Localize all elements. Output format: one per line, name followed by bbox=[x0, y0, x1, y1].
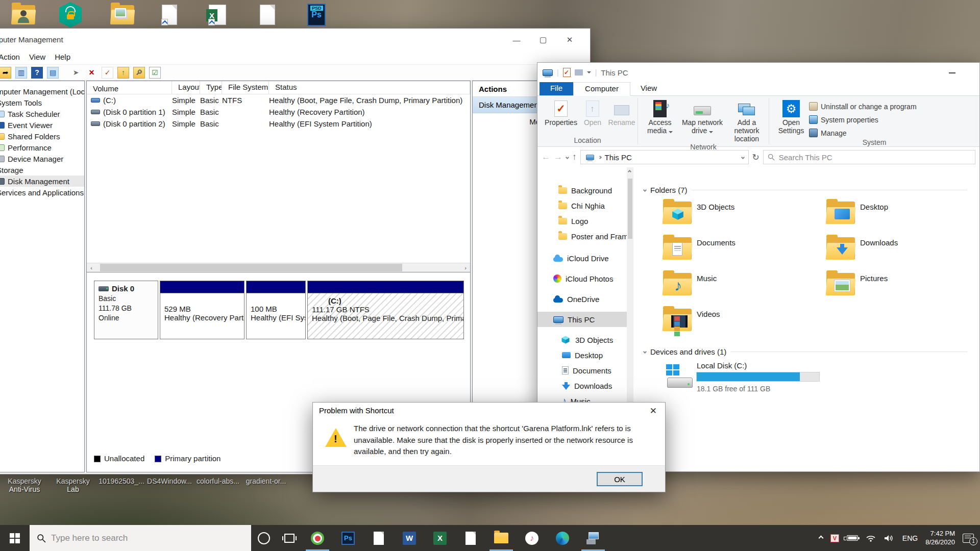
clock[interactable]: 7:42 PM8/26/2020 bbox=[925, 530, 955, 547]
new-folder-quick-icon[interactable] bbox=[575, 69, 583, 76]
add-network-location-button[interactable]: Add a network location bbox=[725, 98, 769, 143]
close-button[interactable]: ✕ bbox=[556, 29, 583, 51]
nav-item-this-pc[interactable]: This PC bbox=[537, 312, 627, 327]
taskbar-notepad[interactable] bbox=[363, 525, 394, 551]
tree-item-disk-management[interactable]: Disk Management bbox=[0, 176, 84, 187]
partition-recovery[interactable]: 529 MB Healthy (Recovery Partition) bbox=[160, 281, 244, 339]
history-caret-icon[interactable] bbox=[566, 155, 569, 159]
desktop-icon-user-folder[interactable] bbox=[9, 1, 38, 29]
folder-item-downloads[interactable]: Downloads bbox=[807, 236, 970, 272]
disk-0-label[interactable]: Disk 0 Basic 111.78 GB Online bbox=[94, 281, 158, 339]
column-layout[interactable]: Layout bbox=[172, 81, 200, 94]
tree-item-performance[interactable]: Performance bbox=[0, 142, 84, 153]
collapse-chevron-icon[interactable] bbox=[643, 350, 647, 354]
folder-item-pictures[interactable]: Pictures bbox=[807, 272, 970, 308]
uninstall-program-button[interactable]: Uninstall or change a program bbox=[809, 101, 917, 112]
partition-efi[interactable]: 100 MB Healthy (EFI System Partition) bbox=[246, 281, 306, 339]
nav-item-icloud-photos[interactable]: iCloud Photos bbox=[537, 271, 633, 286]
partition-c-drive[interactable]: (C:) 111.17 GB NTFS Healthy (Boot, Page … bbox=[307, 281, 464, 339]
open-settings-button[interactable]: ⚙OpenSettings bbox=[773, 98, 809, 135]
tray-expand-icon[interactable] bbox=[818, 536, 823, 541]
back-button[interactable]: ← bbox=[542, 152, 550, 162]
ok-button[interactable]: OK bbox=[597, 472, 643, 486]
column-type[interactable]: Type bbox=[200, 81, 222, 94]
nav-item-3d-objects[interactable]: 3D Objects bbox=[537, 332, 633, 347]
volume-icon[interactable] bbox=[884, 534, 895, 542]
volume-row[interactable]: (Disk 0 partition 2) Simple Basic Health… bbox=[87, 118, 470, 130]
minimize-button[interactable]: — bbox=[503, 29, 530, 51]
nav-item-desktop[interactable]: Desktop bbox=[537, 347, 633, 363]
address-dropdown-icon[interactable] bbox=[741, 155, 744, 159]
tree-item-shared-folders[interactable]: Shared Folders bbox=[0, 131, 84, 142]
close-icon[interactable]: ✕ bbox=[650, 406, 657, 416]
taskbar-coccoc[interactable] bbox=[302, 525, 333, 551]
nav-item-downloads[interactable]: Downloads bbox=[537, 378, 633, 393]
horizontal-scrollbar[interactable]: ‹ › bbox=[87, 263, 470, 272]
start-button[interactable] bbox=[0, 525, 30, 551]
tree-item-system-tools[interactable]: System Tools bbox=[0, 97, 84, 108]
desktop-label[interactable]: Kaspersky Anti-Virus bbox=[1, 477, 48, 493]
breadcrumb[interactable]: This PC bbox=[580, 150, 749, 164]
delete-icon[interactable]: × bbox=[86, 67, 97, 79]
tree-item-computer-management[interactable]: Computer Management (Local) bbox=[0, 86, 84, 97]
scroll-up-icon[interactable] bbox=[628, 170, 631, 173]
properties-quick-icon[interactable]: ✓ bbox=[563, 68, 571, 77]
forward-button[interactable]: → bbox=[554, 152, 562, 162]
title-bar[interactable]: Computer Management — ▢ ✕ bbox=[0, 29, 590, 51]
desktop-icon-excel-shortcut[interactable]: X bbox=[203, 1, 232, 29]
properties-icon[interactable]: ✓ bbox=[102, 67, 113, 79]
kaspersky-tray-icon[interactable]: V bbox=[830, 534, 839, 542]
devices-section-header[interactable]: Devices and drives (1) bbox=[644, 347, 979, 356]
tab-file[interactable]: File bbox=[540, 82, 573, 95]
collapse-chevron-icon[interactable] bbox=[643, 188, 647, 192]
tree-item-event-viewer[interactable]: Event Viewer bbox=[0, 119, 84, 131]
checklist-icon[interactable]: ☑ bbox=[149, 67, 161, 79]
task-view-button[interactable] bbox=[277, 525, 302, 551]
properties-button[interactable]: ✓Properties bbox=[543, 98, 579, 127]
scrollbar-thumb[interactable] bbox=[100, 264, 402, 271]
folder-item-music[interactable]: ♪ Music bbox=[644, 272, 807, 308]
tree-item-services-applications[interactable]: Services and Applications bbox=[0, 187, 84, 198]
desktop-label[interactable]: DS4Window... bbox=[146, 477, 193, 485]
menu-help[interactable]: Help bbox=[50, 51, 75, 64]
taskbar-file-explorer[interactable] bbox=[486, 525, 517, 551]
open-button[interactable]: Open bbox=[579, 98, 606, 127]
tab-computer[interactable]: Computer bbox=[573, 82, 630, 96]
search-input[interactable] bbox=[779, 153, 971, 162]
nav-item-onedrive[interactable]: OneDrive bbox=[537, 291, 633, 307]
taskbar-computer-management[interactable] bbox=[578, 525, 608, 551]
up-button[interactable]: ↑ bbox=[572, 152, 577, 162]
volume-row[interactable]: (C:) Simple Basic NTFS Healthy (Boot, Pa… bbox=[87, 94, 470, 106]
desktop-label[interactable]: gradient-or... bbox=[242, 477, 289, 485]
nav-item-logo[interactable]: Logo bbox=[537, 213, 633, 229]
rename-button[interactable]: Rename bbox=[606, 98, 638, 127]
menu-action[interactable]: Action bbox=[0, 51, 24, 64]
desktop-icon-text-document[interactable] bbox=[253, 1, 282, 29]
desktop-icon-kaspersky-protection[interactable] bbox=[56, 1, 85, 29]
manage-button[interactable]: Manage bbox=[809, 128, 917, 138]
desktop-label[interactable]: Kaspersky Lab bbox=[50, 477, 96, 493]
language-indicator[interactable]: ENG bbox=[902, 534, 918, 542]
battery-icon[interactable] bbox=[847, 535, 858, 541]
taskbar-search[interactable] bbox=[30, 525, 251, 551]
title-bar[interactable]: | ✓ | This PC bbox=[537, 63, 979, 82]
action-pane-toggle-icon[interactable]: ▤ bbox=[47, 67, 59, 79]
tree-item-storage[interactable]: Storage bbox=[0, 164, 84, 176]
help-icon[interactable]: ? bbox=[31, 67, 43, 79]
column-file-system[interactable]: File System bbox=[222, 81, 269, 94]
taskbar-document[interactable] bbox=[455, 525, 486, 551]
column-status[interactable]: Status bbox=[269, 81, 470, 94]
pointer-tool-icon[interactable]: ➤ bbox=[70, 67, 82, 79]
taskbar-word[interactable]: W bbox=[394, 525, 425, 551]
nav-item-background[interactable]: Background bbox=[537, 183, 633, 198]
taskbar-itunes[interactable]: ♪ bbox=[517, 525, 547, 551]
breadcrumb-path[interactable]: This PC bbox=[605, 153, 632, 162]
tab-view[interactable]: View bbox=[630, 82, 667, 95]
desktop-icon-document-shortcut[interactable] bbox=[155, 1, 184, 29]
folders-section-header[interactable]: Folders (7) bbox=[644, 186, 979, 194]
taskbar-search-input[interactable] bbox=[51, 533, 251, 543]
wifi-icon[interactable] bbox=[866, 534, 876, 542]
maximize-button[interactable]: ▢ bbox=[530, 29, 556, 51]
scroll-left-arrow[interactable]: ‹ bbox=[87, 263, 96, 272]
minimize-button[interactable] bbox=[949, 72, 955, 73]
